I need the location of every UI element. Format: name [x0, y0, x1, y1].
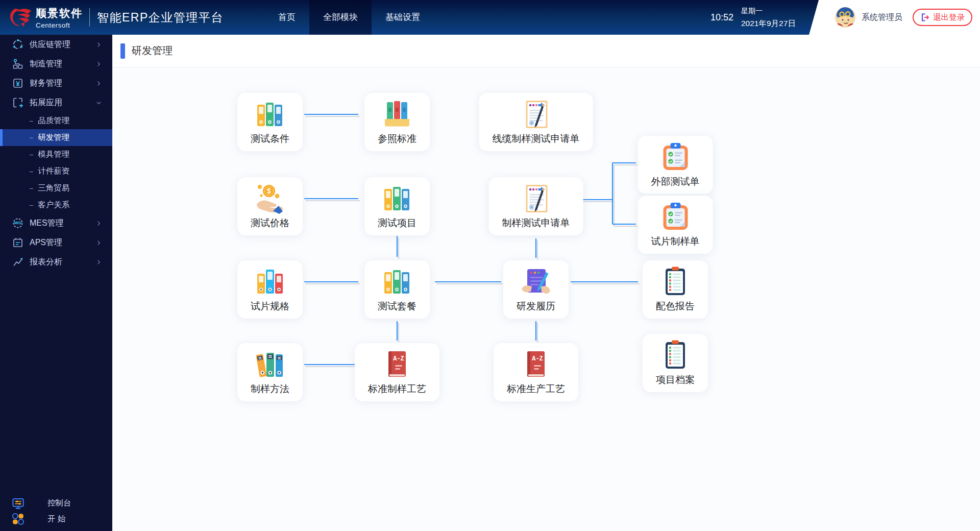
flow-node-label: 研发履历 [517, 300, 555, 313]
supply-chain-icon [12, 38, 24, 51]
current-user-name: 系统管理员 [862, 0, 902, 35]
main-content: 研发管理 [112, 35, 980, 531]
subitem-dash: − [29, 201, 33, 209]
finance-icon [12, 77, 24, 89]
start-button[interactable]: 开 始 [0, 511, 112, 527]
sidebar-subitem-triangle-trade[interactable]: − 三角贸易 [0, 180, 112, 197]
flow-node-label: 测试条件 [251, 132, 289, 146]
start-label: 开 始 [47, 514, 65, 524]
binders-yellow-green-blue-icon [254, 98, 286, 131]
brand-logo-text: 顺景软件 Centersoft [36, 6, 83, 29]
flow-node-test-package[interactable]: 测试套餐 [364, 260, 430, 319]
flow-node-sample-test-request[interactable]: 制样测试申请单 [489, 177, 583, 235]
clock-time: 10:52 [710, 0, 733, 35]
flow-node-label: 标准生产工艺 [507, 382, 565, 396]
clipboard-orange-icon [659, 201, 692, 233]
subitem-dash: − [29, 167, 33, 176]
sidebar-subitem-label: 计件薪资 [38, 166, 69, 177]
flow-node-color-report[interactable]: 配色报告 [643, 260, 708, 319]
top-header: 顺景软件 Centersoft 智能ERP企业管理平台 首页 全部模块 基础设置… [0, 0, 980, 35]
sidebar-subitem-mold[interactable]: − 模具管理 [0, 146, 112, 163]
sidebar-subitem-label: 研发管理 [38, 132, 69, 143]
weekday-label: 星期一 [741, 7, 796, 16]
sidebar-subitem-label: 模具管理 [38, 149, 69, 160]
sidebar-subitem-label: 三角贸易 [38, 183, 69, 194]
page-title: 研发管理 [132, 44, 173, 58]
module-flowchart: 测试条件 参照标准 线缆制样测试申请单 测试价格 测试项目 制样测试申请单 外部… [112, 67, 980, 530]
subitem-dash: − [29, 117, 33, 125]
sidebar-item-report-analysis[interactable]: 报表分析 [0, 252, 112, 272]
tab-all-modules[interactable]: 全部模块 [309, 0, 372, 35]
document-pen-icon [520, 182, 552, 215]
user-avatar[interactable] [835, 7, 855, 28]
logout-label: 退出登录 [933, 12, 965, 23]
console-button[interactable]: 控制台 [0, 495, 112, 511]
flow-node-label: 制样方法 [251, 382, 289, 396]
flow-node-label: 配色报告 [656, 300, 695, 313]
sidebar-footer: 控制台 开 始 [0, 495, 112, 527]
flow-node-sample-method[interactable]: 制样方法 [237, 343, 303, 401]
sidebar-subitem-label: 客户关系 [38, 200, 69, 210]
flow-node-external-test-form[interactable]: 外部测试单 [638, 136, 713, 194]
sidebar-item-finance[interactable]: 财务管理 [0, 74, 112, 93]
console-label: 控制台 [47, 498, 71, 509]
sidebar-item-mes[interactable]: MES管理 [0, 213, 112, 233]
flow-node-label: 制样测试申请单 [502, 216, 570, 230]
flow-node-standard-production-process[interactable]: 标准生产工艺 [494, 343, 578, 401]
flow-node-rd-history[interactable]: 研发履历 [503, 260, 569, 319]
clipboard-orange-icon [659, 141, 692, 174]
sidebar-item-label: APS管理 [30, 237, 62, 248]
sidebar-item-aps[interactable]: APS管理 [0, 233, 112, 252]
flow-node-label: 试片制样单 [651, 235, 700, 248]
header-nav-tabs: 首页 全部模块 基础设置 [264, 0, 434, 35]
flow-node-label: 项目档案 [656, 373, 695, 387]
flow-node-label: 测试项目 [378, 216, 416, 230]
sidebar-subitem-crm[interactable]: − 客户关系 [0, 197, 112, 213]
flow-node-test-piece-sample-form[interactable]: 试片制样单 [638, 196, 713, 254]
sidebar-subitem-piece-wage[interactable]: − 计件薪资 [0, 163, 112, 180]
subitem-dash: − [29, 184, 33, 192]
hand-coins-icon [254, 182, 286, 215]
manufacturing-icon [12, 58, 24, 70]
flow-node-reference-standards[interactable]: 参照标准 [364, 93, 430, 151]
chevron-right-icon [95, 80, 102, 87]
document-pen-icon [520, 98, 552, 131]
chevron-right-icon [95, 239, 102, 246]
subitem-dash: − [29, 134, 33, 142]
flow-node-test-items[interactable]: 测试项目 [364, 177, 430, 235]
tab-basic-settings[interactable]: 基础设置 [372, 0, 434, 35]
flow-node-standard-sample-process[interactable]: 标准制样工艺 [355, 343, 439, 401]
sidebar-subitem-label: 品质管理 [38, 115, 69, 126]
sidebar-item-extensions[interactable]: 拓展应用 [0, 93, 112, 112]
mes-icon [12, 217, 24, 229]
flow-node-label: 线缆制样测试申请单 [493, 132, 580, 146]
sidebar-item-label: MES管理 [30, 218, 64, 229]
sidebar-subitem-quality[interactable]: − 品质管理 [0, 112, 112, 129]
logout-button[interactable]: 退出登录 [913, 9, 972, 26]
tilted-binders-icon [254, 348, 286, 381]
flow-node-test-conditions[interactable]: 测试条件 [237, 93, 303, 151]
flow-node-label: 参照标准 [378, 132, 416, 146]
extensions-icon [12, 96, 24, 109]
logout-icon [920, 13, 929, 22]
flow-node-label: 外部测试单 [651, 175, 700, 188]
clipboard-navy-icon [659, 266, 692, 298]
sidebar-item-manufacturing[interactable]: 制造管理 [0, 54, 112, 74]
flow-node-label: 测试套餐 [378, 300, 416, 313]
flow-node-test-price[interactable]: 测试价格 [237, 177, 303, 235]
start-icon [11, 512, 25, 526]
report-analysis-icon [12, 256, 24, 268]
az-red-book-icon [381, 348, 413, 381]
flow-node-project-archive[interactable]: 项目档案 [643, 334, 708, 392]
date-label: 2021年9月27日 [741, 18, 796, 29]
chevron-right-icon [95, 220, 102, 227]
tab-home[interactable]: 首页 [264, 0, 309, 35]
sidebar-item-label: 供应链管理 [30, 39, 70, 50]
flow-node-test-piece-spec[interactable]: 试片规格 [237, 260, 303, 319]
chevron-right-icon [95, 259, 102, 266]
flow-node-cable-sample-test-request[interactable]: 线缆制样测试申请单 [479, 93, 593, 151]
subitem-dash: − [29, 151, 33, 159]
aps-icon [12, 236, 24, 249]
sidebar-subitem-rd-management[interactable]: − 研发管理 [0, 129, 112, 146]
sidebar-item-supply-chain[interactable]: 供应链管理 [0, 35, 112, 54]
